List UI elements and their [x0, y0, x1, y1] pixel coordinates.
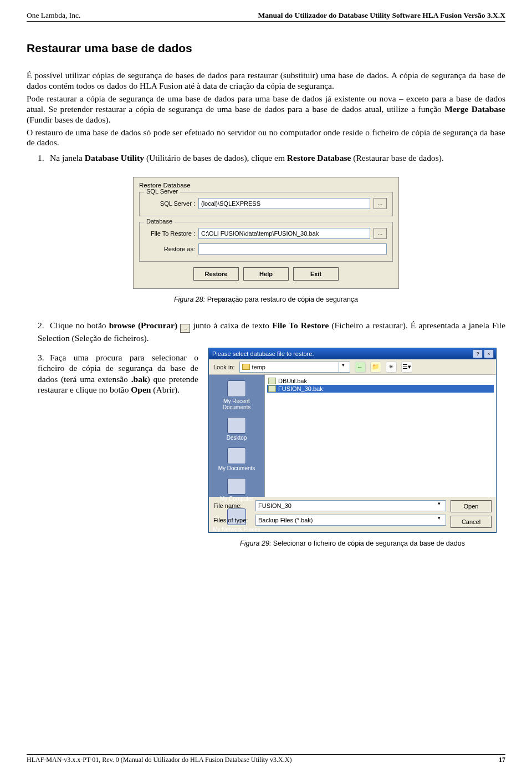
new-folder-icon[interactable]: ✳	[386, 362, 397, 373]
cancel-button[interactable]: Cancel	[451, 516, 492, 528]
file-item[interactable]: DBUtil.bak	[267, 377, 494, 385]
my-computer-icon	[227, 478, 246, 495]
place-mydocs[interactable]: My Documents	[209, 445, 264, 476]
sql-browse-button[interactable]: ...	[374, 198, 387, 209]
figure-29-caption: Figura 29: Selecionar o ficheiro de cópi…	[208, 540, 497, 547]
bak-file-icon	[268, 378, 276, 384]
sql-legend: SQL Server	[144, 188, 180, 195]
files-of-type-dropdown[interactable]: Backup Files (*.bak)▾	[255, 515, 446, 526]
file-item-selected[interactable]: FUSION_30.bak	[267, 385, 494, 393]
recent-documents-icon	[227, 380, 246, 397]
sql-server-input[interactable]	[198, 198, 370, 209]
page-header: One Lambda, Inc. Manual do Utilizador do…	[27, 11, 505, 22]
file-dialog-titlebar: Please select database file to restore. …	[209, 348, 496, 359]
merge-database-term: Merge Database	[444, 104, 505, 114]
file-to-restore-input[interactable]	[198, 228, 370, 239]
page-footer: HLAF-MAN-v3.x.x-PT-01, Rev. 0 (Manual do…	[27, 754, 505, 764]
file-name-label: File name:	[213, 502, 252, 509]
place-desktop[interactable]: Desktop	[209, 415, 264, 445]
open-button[interactable]: Open	[451, 500, 492, 512]
restore-as-input[interactable]	[198, 243, 387, 255]
files-of-type-label: Files of type:	[213, 517, 252, 523]
file-to-restore-label: File To Restore :	[145, 230, 195, 237]
page-number: 17	[499, 756, 505, 764]
database-group: Database File To Restore : ... Restore a…	[139, 222, 393, 262]
restore-database-dialog: Restore Database SQL Server SQL Server :…	[133, 177, 399, 289]
sql-server-label: SQL Server :	[145, 200, 195, 207]
body-paragraph-1: É possível utilizar cópias de segurança …	[27, 70, 505, 91]
places-bar: My Recent Documents Desktop My Documents…	[209, 375, 264, 497]
back-icon[interactable]: ←	[355, 362, 366, 373]
file-browse-button[interactable]: ...	[374, 228, 387, 239]
sql-server-group: SQL Server SQL Server : ...	[139, 192, 393, 216]
my-documents-icon	[227, 447, 246, 464]
file-dialog-toolbar: Look in: temp ▾ ← 📁 ✳ ☰▾	[209, 359, 496, 375]
look-in-label: Look in:	[213, 364, 235, 370]
chevron-down-icon[interactable]: ▾	[434, 515, 443, 525]
look-in-value: temp	[252, 364, 265, 370]
help-icon[interactable]: ?	[473, 349, 483, 358]
body-paragraph-3: O restauro de uma base de dados só pode …	[27, 128, 505, 149]
step-3: 3.Faça uma procura para selecionar o fic…	[38, 352, 198, 395]
header-company: One Lambda, Inc.	[27, 11, 80, 20]
header-doc-title: Manual do Utilizador do Database Utility…	[258, 11, 505, 20]
file-name-input[interactable]: FUSION_30▾	[255, 500, 446, 511]
up-folder-icon[interactable]: 📁	[370, 362, 381, 373]
chevron-down-icon[interactable]: ▾	[434, 501, 443, 511]
close-icon[interactable]: ×	[484, 349, 494, 358]
figure-28-caption: Figura 28: Preparação para restauro de c…	[27, 296, 505, 303]
database-legend: Database	[144, 218, 175, 225]
restore-as-label: Restore as:	[145, 246, 195, 252]
section-title: Restaurar uma base de dados	[27, 42, 505, 55]
desktop-icon	[227, 417, 246, 434]
file-selection-dialog: Please select database file to restore. …	[208, 348, 497, 533]
browse-icon: ...	[180, 324, 190, 333]
body-paragraph-2: Pode restaurar a cópia de segurança de u…	[27, 94, 505, 125]
folder-icon	[242, 364, 250, 370]
restore-button[interactable]: Restore	[193, 267, 239, 281]
step-1: 1.Na janela Database Utility (Utilitário…	[38, 152, 505, 163]
chevron-down-icon[interactable]: ▾	[339, 362, 347, 372]
step-2: 2.Clique no botão browse (Procurar) ... …	[38, 320, 505, 343]
exit-button[interactable]: Exit	[293, 267, 339, 281]
look-in-dropdown[interactable]: temp ▾	[239, 362, 350, 373]
file-list[interactable]: DBUtil.bak FUSION_30.bak	[264, 375, 496, 497]
place-recent[interactable]: My Recent Documents	[209, 378, 264, 415]
file-dialog-title: Please select database file to restore.	[212, 350, 314, 357]
help-button[interactable]: Help	[243, 267, 289, 281]
bak-file-icon	[268, 385, 276, 392]
footer-docref: HLAF-MAN-v3.x.x-PT-01, Rev. 0 (Manual do…	[27, 756, 291, 764]
views-icon[interactable]: ☰▾	[401, 362, 412, 373]
